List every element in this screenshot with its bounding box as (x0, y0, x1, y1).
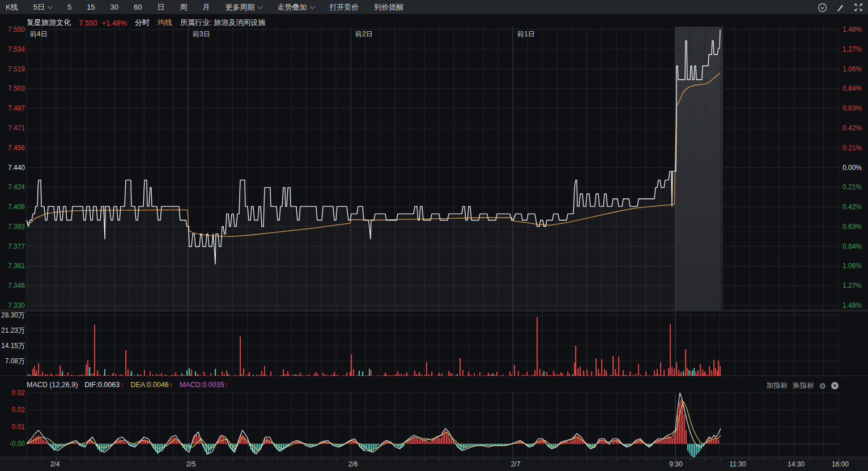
toolbar-item-K线[interactable]: K线 (6, 2, 18, 12)
stock-price: 7.550 (79, 19, 97, 27)
time-axis-tick (631, 458, 632, 460)
chevron-down-icon (309, 3, 315, 9)
time-axis-tick (71, 458, 71, 460)
history-dropdown-icon[interactable] (817, 2, 827, 12)
time-axis-tick (114, 458, 115, 460)
time-axis-label: 2/6 (348, 460, 358, 468)
toolbar-item-60[interactable]: 60 (134, 3, 142, 11)
indicator-actions: 加指标 换指标 ⚙ × (766, 381, 839, 391)
toolbar-item-更多周期[interactable]: 更多周期 (225, 2, 262, 12)
price-axis-label: 7.440 (1, 164, 25, 171)
toolbar-item-日[interactable]: 日 (158, 2, 165, 12)
time-axis-tick (129, 458, 130, 460)
time-axis-tick (27, 458, 27, 460)
toolbar-item-走势叠加[interactable]: 走势叠加 (278, 2, 314, 12)
switch-indicator-button[interactable]: 换指标 (793, 381, 814, 391)
percent-axis-label: 1.27% (843, 282, 862, 289)
time-axis-tick (173, 458, 174, 460)
price-axis-label: 7.519 (1, 66, 25, 73)
price-axis-label: 7.346 (1, 282, 25, 289)
macd-macd-value: MACD:0.0035↑ (180, 381, 228, 389)
price-axis-label: 7.487 (1, 105, 25, 112)
close-indicator-icon[interactable]: × (831, 382, 839, 389)
top-toolbar: K线5日5153060日周月更多周期走势叠加打开竞价到价提醒 (0, 0, 868, 15)
time-axis-tick (469, 458, 469, 460)
percent-axis-label: 0.00% (843, 164, 862, 171)
time-axis-tick (351, 458, 351, 460)
time-axis-tick (498, 458, 499, 460)
percent-axis-label: 0.21% (843, 145, 862, 151)
time-axis-tick (542, 458, 543, 460)
toolbar-item-月[interactable]: 月 (203, 2, 210, 12)
macd-indicator-header: MACD (12,26,9) DIF:0.0063↑ DEA:0.0046↑ M… (27, 381, 228, 389)
toolbar-item-15[interactable]: 15 (87, 3, 95, 11)
time-axis-tick (41, 458, 42, 460)
time-axis-tick (203, 458, 203, 460)
time-axis-tick (690, 458, 691, 460)
percent-axis-label: 0.84% (843, 243, 862, 250)
price-axis-label: 7.393 (1, 223, 25, 230)
dea-up-arrow: ↑ (169, 381, 173, 389)
time-axis-tick (735, 458, 735, 460)
time-axis-tick (218, 458, 218, 460)
time-axis-tick (247, 458, 248, 460)
time-axis-label: 2/5 (186, 460, 196, 468)
time-axis-tick (809, 458, 810, 460)
price-axis-label: 7.534 (1, 46, 25, 53)
time-axis-tick (675, 458, 676, 460)
toolbar-item-到价提醒[interactable]: 到价提醒 (375, 2, 404, 12)
percent-axis-label: 1.27% (843, 46, 862, 53)
toolbar-item-5日[interactable]: 5日 (33, 2, 52, 12)
price-axis-label: 7.424 (1, 184, 25, 190)
time-axis-label: 14:30 (788, 460, 805, 468)
volume-axis-label: 21.23万 (0, 327, 25, 334)
time-axis-tick (661, 458, 661, 460)
time-axis-label: 2/7 (511, 460, 521, 468)
toolbar-icons (817, 0, 863, 15)
chart-canvas[interactable] (0, 15, 868, 471)
chevron-down-icon (257, 3, 263, 9)
time-axis-tick (307, 458, 307, 460)
price-axis-label: 7.377 (1, 243, 25, 250)
volume-axis-label: 14.15万 (0, 342, 25, 349)
time-axis-tick (321, 458, 322, 460)
toolbar-item-30[interactable]: 30 (110, 3, 118, 11)
toolbar-item-5[interactable]: 5 (67, 3, 71, 11)
time-axis-tick (794, 458, 794, 460)
percent-axis-label: 1.06% (843, 262, 862, 269)
time-axis-tick (232, 458, 233, 460)
ma-line-toggle[interactable]: 均线 (158, 18, 172, 28)
price-axis-label: 7.330 (1, 302, 25, 309)
time-axis-tick (527, 458, 528, 460)
toolbar-item-周[interactable]: 周 (180, 2, 188, 12)
time-axis-tick (557, 458, 558, 460)
volume-axis-label: 28.30万 (0, 312, 25, 319)
volume-axis-label: 7.08万 (0, 358, 25, 364)
time-axis-tick (336, 458, 337, 460)
time-axis-tick (292, 458, 292, 460)
macd-dea-value: DEA:0.0046↑ (130, 381, 173, 389)
price-axis-label: 7.471 (1, 125, 25, 131)
indicator-settings-gear-icon[interactable]: ⚙ (819, 381, 826, 391)
industry-label: 所属行业: (180, 18, 212, 27)
time-axis-tick (365, 458, 366, 460)
time-axis-label: 2/4 (50, 460, 60, 468)
fullscreen-icon[interactable] (853, 2, 863, 12)
time-axis-tick (839, 458, 839, 460)
drawing-brush-icon[interactable] (835, 2, 845, 12)
time-axis-tick (705, 458, 705, 460)
time-axis-tick (779, 458, 780, 460)
add-indicator-button[interactable]: 加指标 (766, 381, 788, 391)
percent-axis-label: 1.48% (843, 26, 862, 33)
time-axis-tick (483, 458, 484, 460)
toolbar-item-打开竞价[interactable]: 打开竞价 (330, 2, 359, 12)
stock-name: 复星旅游文化 (27, 18, 71, 28)
industry-value[interactable]: 旅游及消闲设施 (214, 18, 265, 27)
macd-axis-label: -0.00 (1, 440, 25, 447)
price-axis-label: 7.550 (1, 26, 25, 33)
time-axis-tick (513, 458, 513, 460)
chevron-down-icon (47, 3, 53, 9)
time-axis-tick (572, 458, 572, 460)
minute-line-toggle[interactable]: 分时 (135, 18, 150, 28)
day-section-label: 前3日 (193, 29, 210, 39)
